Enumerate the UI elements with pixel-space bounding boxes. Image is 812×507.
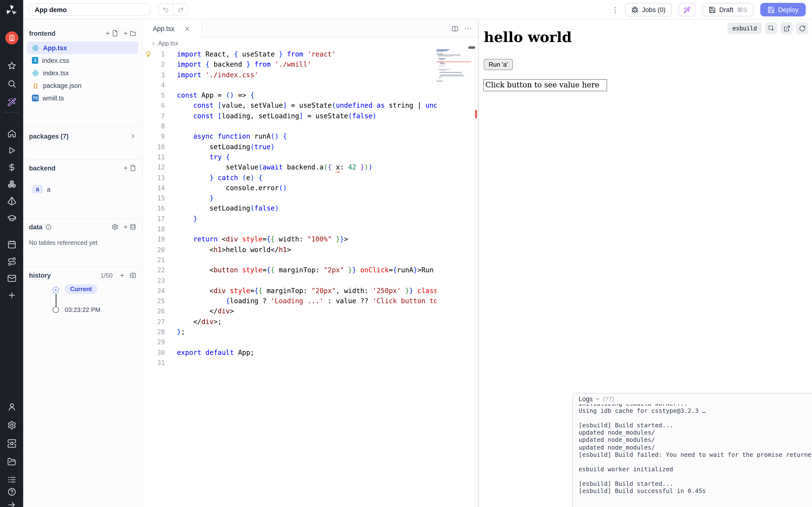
code-line[interactable]: 11 try { — [143, 152, 437, 163]
code-line[interactable]: 27 </div>; — [143, 317, 437, 327]
line-number: 8 — [143, 121, 165, 131]
history-add-icon[interactable] — [119, 272, 125, 278]
code-line[interactable]: 22 <button style={{ marginTop: "2px" }} … — [143, 265, 437, 276]
history-timestamp[interactable]: 03:23:22 PM — [65, 306, 100, 314]
windmill-logo-icon[interactable] — [5, 4, 18, 17]
minimap-line — [437, 82, 471, 82]
sidebar-icon-route[interactable] — [0, 255, 23, 268]
sidebar-icon-dollar-sign[interactable] — [0, 160, 23, 174]
close-icon[interactable] — [184, 25, 191, 32]
code-text: return <div style={{ width: "100%" }}> — [177, 234, 437, 245]
sidebar-icon-search[interactable] — [0, 77, 23, 90]
logs-body[interactable]: Initializing esbuild worker...Using idb … — [578, 400, 811, 507]
code-line[interactable]: 5const App = () => { — [143, 90, 437, 101]
code-line[interactable]: 31 — [143, 358, 437, 368]
code-line[interactable]: 15 } — [143, 193, 437, 204]
code-line[interactable]: 1import React, { useState } from 'react' — [143, 49, 437, 60]
sidebar-icon-gear[interactable] — [0, 418, 23, 432]
lightbulb-icon[interactable] — [145, 51, 152, 57]
code-line[interactable]: 26 </div> — [143, 306, 437, 317]
code-line[interactable]: 13 } catch (e) { — [143, 173, 437, 183]
history-snapshot-node[interactable] — [53, 306, 59, 313]
code-line[interactable]: 9 async function runA() { — [143, 131, 437, 142]
sidebar-icon-user[interactable] — [0, 400, 23, 413]
sidebar-icon-plus[interactable] — [0, 288, 23, 302]
code-line[interactable]: 20 <h1>hello world</h1> — [143, 244, 437, 255]
file-row-index-tsx[interactable]: index.tsx — [27, 67, 138, 79]
code-line[interactable]: 4 — [143, 80, 437, 91]
editor-more-icon[interactable]: ⋯ — [464, 24, 472, 33]
history-current-chip[interactable]: Current — [65, 284, 97, 294]
open-external-button[interactable] — [780, 22, 793, 34]
packages-row[interactable]: packages (7) — [23, 128, 142, 145]
code-line[interactable]: 18 — [143, 224, 437, 234]
log-line: updated node_modules/ — [578, 436, 811, 444]
sidebar-icon-server-cog[interactable] — [0, 437, 23, 450]
jobs-button[interactable]: Jobs (0) — [625, 3, 672, 16]
breadcrumb[interactable]: App.tsx — [143, 38, 478, 49]
code-line[interactable]: 24 <div style={{ marginTop: "20px", widt… — [143, 286, 437, 296]
draft-button[interactable]: Draft ⌘S — [702, 3, 754, 16]
code-area[interactable]: 1import React, { useState } from 'react'… — [143, 49, 437, 507]
sidebar-icon-building[interactable] — [0, 31, 23, 44]
camera-icon[interactable] — [130, 272, 136, 279]
code-line[interactable]: 21 — [143, 255, 437, 265]
select-element-button[interactable] — [765, 22, 777, 34]
deploy-button[interactable]: Deploy — [760, 3, 806, 16]
history-current-node[interactable] — [53, 287, 59, 293]
code-line[interactable]: 29 — [143, 337, 437, 348]
add-file-button[interactable] — [105, 30, 118, 37]
code-line[interactable]: 14 console.error() — [143, 183, 437, 193]
undo-button[interactable] — [158, 4, 173, 15]
file-row-index-css[interactable]: 3index.css — [27, 54, 138, 67]
code-line[interactable]: 2import { backend } from './wmill' — [143, 60, 437, 70]
ai-wand-button[interactable] — [678, 3, 696, 16]
file-row-package-json[interactable]: {}package.json — [27, 79, 138, 92]
packages-title: packages (7) — [29, 132, 69, 140]
code-line[interactable]: 16 setLoading(false) — [143, 204, 437, 214]
minimap[interactable] — [437, 49, 471, 93]
sidebar-icon-list[interactable] — [0, 473, 23, 486]
data-settings-icon[interactable] — [112, 224, 118, 230]
redo-button[interactable] — [173, 4, 188, 15]
refresh-preview-button[interactable] — [796, 22, 808, 34]
code-line[interactable]: 25 {loading ? 'Loading ...' : value ?? '… — [143, 296, 437, 306]
code-line[interactable]: 28}; — [143, 327, 437, 337]
more-menu-icon[interactable]: ⋮ — [612, 7, 618, 12]
code-line[interactable]: 23 — [143, 276, 437, 286]
code-line[interactable]: 8 — [143, 121, 437, 131]
file-row-App-tsx[interactable]: App.tsx — [27, 42, 138, 54]
minimap-line — [437, 61, 471, 62]
sidebar-icon-star[interactable] — [0, 59, 23, 72]
logs-header[interactable]: Logs (77) — [573, 394, 812, 404]
add-database-button[interactable] — [123, 224, 136, 230]
backend-item-a[interactable]: a a — [27, 183, 138, 195]
code-line[interactable]: 6 const [value, setValue] = useState(und… — [143, 101, 437, 111]
code-line[interactable]: 12 setValue(await backend.a({ x: 42 })) — [143, 163, 437, 173]
sidebar-icon-home[interactable] — [0, 126, 23, 140]
sidebar-icon-help-circle[interactable] — [0, 485, 23, 498]
scrollbar-thumb[interactable] — [468, 46, 475, 49]
file-row-wmill-ts[interactable]: TSwmill.ts — [27, 92, 138, 104]
sidebar-icon-play[interactable] — [0, 144, 23, 157]
app-name-input[interactable] — [29, 3, 150, 16]
sidebar-icon-wand[interactable] — [0, 95, 23, 109]
sidebar-icon-arrow-right[interactable] — [0, 498, 23, 507]
run-a-button[interactable]: Run 'a' — [484, 59, 513, 70]
code-line[interactable]: 19 return <div style={{ width: "100%" }}… — [143, 234, 437, 245]
sidebar-icon-boxes[interactable] — [0, 177, 23, 191]
sidebar-icon-folder-open[interactable] — [0, 455, 23, 468]
code-line[interactable]: 30export default App; — [143, 347, 437, 358]
code-line[interactable]: 7 const [loading, setLoading] = useState… — [143, 111, 437, 121]
split-pane-icon[interactable] — [451, 25, 459, 32]
sidebar-icon-calendar[interactable] — [0, 237, 23, 251]
sidebar-icon-pyramid[interactable] — [0, 194, 23, 208]
add-backend-script-button[interactable] — [123, 165, 136, 171]
sidebar-icon-graduation-cap[interactable] — [0, 211, 23, 225]
tab-app-tsx[interactable]: App.tsx — [143, 19, 202, 38]
code-line[interactable]: 17 } — [143, 214, 437, 224]
code-line[interactable]: 3import './index.css' — [143, 70, 437, 80]
code-line[interactable]: 10 setLoading(true) — [143, 142, 437, 152]
add-folder-button[interactable] — [123, 30, 136, 37]
sidebar-icon-mail[interactable] — [0, 271, 23, 285]
